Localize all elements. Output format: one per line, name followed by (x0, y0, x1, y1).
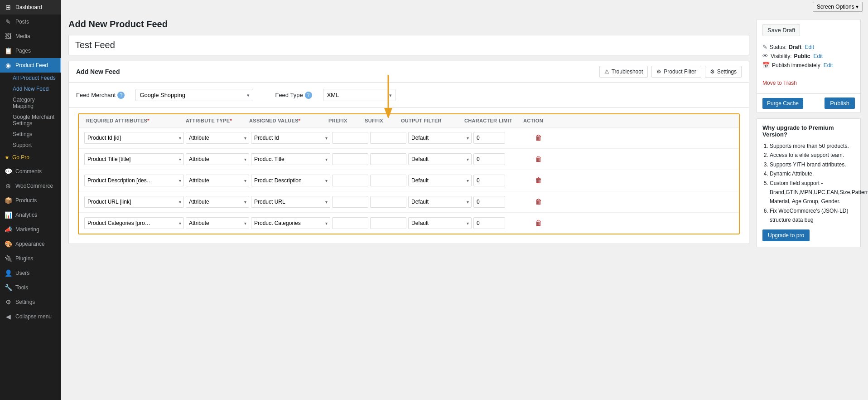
star-icon: ★ (5, 154, 10, 161)
prefix-input-2[interactable] (332, 153, 368, 165)
assigned-value-select-3[interactable]: Product Description (251, 175, 330, 186)
assigned-value-select-2[interactable]: Product Title (251, 153, 330, 165)
attr-type-cell-2: Attribute (186, 153, 249, 165)
char-limit-cell-3 (473, 175, 532, 186)
troubleshoot-button[interactable]: ⚠ Troubleshoot (599, 66, 648, 78)
sidebar-sub-all-feeds[interactable]: All Product Feeds (0, 73, 61, 83)
sidebar-sub-google-merchant[interactable]: Google Merchant Settings (0, 112, 61, 129)
delete-row-button-1[interactable]: 🗑 (534, 133, 543, 143)
output-filter-select-5[interactable]: Default (408, 217, 472, 229)
sidebar-sub-add-new[interactable]: Add New Feed (0, 83, 61, 94)
output-filter-select-3[interactable]: Default (408, 175, 472, 186)
purge-cache-button[interactable]: Purge Cache (762, 98, 803, 109)
sidebar-item-analytics[interactable]: 📊 Analytics (0, 208, 61, 222)
sidebar-item-label: Posts (15, 19, 29, 25)
required-attr-select-3[interactable]: Product Description [des… (84, 175, 184, 186)
sidebar-sub-support[interactable]: Support (0, 140, 61, 151)
char-limit-input-3[interactable] (473, 175, 505, 186)
table-row: Product Categories [pro… Attribute P (79, 213, 739, 234)
sidebar-item-label: WooCommerce (15, 183, 53, 189)
char-limit-input-4[interactable] (473, 196, 505, 208)
assigned-value-cell-3: Product Description (251, 175, 330, 186)
suffix-input-2[interactable] (370, 153, 406, 165)
visibility-edit-link[interactable]: Edit (813, 53, 823, 59)
status-edit-link[interactable]: Edit (805, 44, 814, 50)
assigned-value-select-1[interactable]: Product Id (251, 132, 330, 144)
suffix-input-3[interactable] (370, 175, 406, 186)
sidebar-item-pages[interactable]: 📋 Pages (0, 44, 61, 58)
move-to-trash-link[interactable]: Move to Trash (762, 80, 855, 86)
save-draft-button[interactable]: Save Draft (762, 24, 800, 36)
prefix-input-3[interactable] (332, 175, 368, 186)
attr-type-select-3[interactable]: Attribute (186, 175, 249, 186)
attr-type-select-2[interactable]: Attribute (186, 153, 249, 165)
table-row: Product Title [title] Attribute Prod (79, 149, 739, 170)
sidebar-item-collapse[interactable]: ◀ Collapse menu (0, 309, 61, 324)
settings-icon: ⚙ (5, 298, 12, 306)
sidebar-item-tools[interactable]: 🔧 Tools (0, 280, 61, 295)
settings-button[interactable]: ⚙ Settings (705, 66, 742, 78)
sidebar-item-dashboard[interactable]: ⊞ Dashboard (0, 0, 61, 15)
warning-icon: ⚠ (604, 68, 609, 75)
assigned-value-select-5[interactable]: Product Categories (251, 217, 330, 229)
delete-row-button-3[interactable]: 🗑 (534, 176, 543, 185)
output-filter-select-2[interactable]: Default (408, 153, 472, 165)
publish-button[interactable]: Publish (825, 98, 855, 109)
required-attr-select-5[interactable]: Product Categories [pro… (84, 217, 184, 229)
merchant-select[interactable]: Google Shopping (135, 89, 253, 101)
go-pro-link[interactable]: ★ Go Pro (0, 151, 61, 164)
required-attr-select-2[interactable]: Product Title [title] (84, 153, 184, 165)
attr-type-select-5[interactable]: Attribute (186, 217, 249, 229)
sidebar-item-users[interactable]: 👤 Users (0, 266, 61, 280)
sidebar-item-posts[interactable]: ✎ Posts (0, 15, 61, 29)
sidebar-sub-category-mapping[interactable]: Category Mapping (0, 94, 61, 112)
feed-name-input[interactable] (75, 40, 743, 50)
sidebar-item-products[interactable]: 📦 Products (0, 193, 61, 208)
feed-name-box (68, 35, 749, 55)
upgrade-to-pro-button[interactable]: Upgrade to pro (762, 229, 810, 241)
attr-type-select-1[interactable]: Attribute (186, 132, 249, 144)
char-limit-input-1[interactable] (473, 132, 505, 144)
calendar-icon: 📅 (762, 62, 770, 68)
suffix-input-1[interactable] (370, 132, 406, 144)
output-filter-select-4[interactable]: Default (408, 196, 472, 208)
prefix-input-1[interactable] (332, 132, 368, 144)
sidebar-item-media[interactable]: 🖼 Media (0, 29, 61, 44)
sidebar-item-appearance[interactable]: 🎨 Appearance (0, 237, 61, 251)
sidebar-item-plugins[interactable]: 🔌 Plugins (0, 251, 61, 266)
delete-row-button-4[interactable]: 🗑 (534, 197, 543, 207)
suffix-input-4[interactable] (370, 196, 406, 208)
assigned-value-select-4[interactable]: Product URL (251, 196, 330, 208)
attr-type-cell-1: Attribute (186, 132, 249, 144)
suffix-input-5[interactable] (370, 217, 406, 229)
char-limit-input-2[interactable] (473, 153, 505, 165)
output-filter-cell-2: Default (408, 153, 472, 165)
col-assigned-values: ASSIGNED VALUES* (247, 118, 327, 123)
merchant-help-icon[interactable]: ? (117, 92, 125, 99)
publish-date-edit-link[interactable]: Edit (824, 62, 833, 68)
screen-options-button[interactable]: Screen Options ▾ (813, 2, 863, 12)
char-limit-input-5[interactable] (473, 217, 505, 229)
status-icon: ✎ (762, 44, 767, 50)
char-limit-cell-5 (473, 217, 532, 229)
prefix-input-5[interactable] (332, 217, 368, 229)
delete-row-button-2[interactable]: 🗑 (534, 154, 543, 164)
sidebar-item-settings[interactable]: ⚙ Settings (0, 295, 61, 309)
output-filter-select-1[interactable]: Default (408, 132, 472, 144)
sidebar-item-comments[interactable]: 💬 Comments (0, 164, 61, 179)
attr-type-select-4[interactable]: Attribute (186, 196, 249, 208)
sidebar-item-marketing[interactable]: 📣 Marketing (0, 222, 61, 237)
analytics-icon: 📊 (5, 211, 12, 219)
sidebar-item-product-feed[interactable]: ◉ Product Feed (0, 58, 61, 73)
pages-icon: 📋 (5, 47, 12, 54)
feed-type-help-icon[interactable]: ? (305, 92, 312, 99)
prefix-input-4[interactable] (332, 196, 368, 208)
sidebar-sub-settings[interactable]: Settings (0, 129, 61, 140)
char-limit-cell-2 (473, 153, 532, 165)
product-filter-button[interactable]: ⚙ Product Filter (651, 66, 701, 78)
required-attr-select-4[interactable]: Product URL [link] (84, 196, 184, 208)
dashboard-icon: ⊞ (5, 4, 12, 11)
delete-row-button-5[interactable]: 🗑 (534, 218, 543, 228)
sidebar-item-woocommerce[interactable]: ⊕ WooCommerce (0, 179, 61, 193)
required-attr-select-1[interactable]: Product Id [id] (84, 132, 184, 144)
